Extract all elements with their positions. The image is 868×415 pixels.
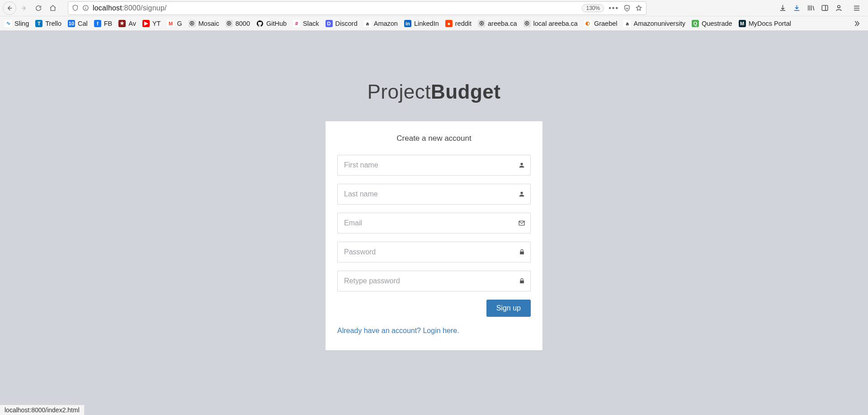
last-name-field-wrap (337, 184, 531, 205)
bookmark-favicon: ★ (118, 20, 126, 27)
bookmark-favicon: 10 (68, 20, 75, 27)
bookmark-label: Discord (335, 20, 358, 27)
bookmark-favicon: a (623, 20, 631, 27)
bookmark-item[interactable]: aAmazon (364, 20, 398, 27)
bookmark-favicon: ⦿ (226, 20, 233, 27)
bookmark-item[interactable]: ▶YT (142, 20, 161, 27)
mail-icon (518, 219, 525, 227)
bookmark-label: Sling (14, 20, 29, 27)
login-link[interactable]: Already have an account? Login here. (337, 327, 459, 334)
bookmark-item[interactable]: ⦿areeba.ca (478, 20, 517, 27)
bookmark-label: areeba.ca (488, 20, 517, 27)
last-name-input[interactable] (337, 184, 531, 205)
sidebar-icon[interactable] (821, 4, 829, 12)
lock-icon (519, 278, 525, 285)
bookmarks-bar: ∿SlingTTrello10CalfFB★Av▶YTMG⦿Mosaic⦿800… (0, 16, 868, 31)
card-title: Create a new account (337, 134, 531, 143)
save-to-pocket-icon[interactable] (779, 4, 787, 12)
bookmark-item[interactable]: aAmazonuniversity (623, 20, 685, 27)
bookmark-item[interactable]: MMyDocs Portal (739, 20, 791, 27)
bookmark-item[interactable]: DDiscord (326, 20, 358, 27)
bookmark-favicon: # (293, 20, 300, 27)
bookmark-favicon: M (167, 20, 174, 27)
bookmark-item[interactable]: ◐Graebel (584, 20, 618, 27)
bookmark-favicon: ∿ (5, 20, 12, 27)
account-icon[interactable] (835, 4, 843, 12)
zoom-badge[interactable]: 130% (582, 4, 604, 12)
forward-button[interactable] (17, 1, 31, 15)
bookmark-favicon: ◐ (584, 20, 591, 27)
toolbar-right (774, 4, 865, 12)
info-icon[interactable] (82, 5, 89, 11)
bookmark-item[interactable]: TTrello (35, 20, 61, 27)
reload-button[interactable] (32, 1, 45, 15)
bookmark-label: Amazonuniversity (633, 20, 685, 27)
bookmark-favicon: M (739, 20, 746, 27)
bookmark-label: local areeba.ca (533, 20, 578, 27)
svg-rect-3 (822, 5, 828, 10)
home-icon (49, 5, 57, 12)
bookmark-favicon: ⦿ (189, 20, 196, 27)
bookmark-item[interactable]: ●reddit (445, 20, 472, 27)
password-field-wrap (337, 242, 531, 262)
status-bar: localhost:8000/index2.html (0, 405, 85, 415)
bookmark-item[interactable]: QQuestrade (692, 20, 732, 27)
form-actions: Sign up (337, 300, 531, 317)
bookmark-item[interactable]: ⦿8000 (226, 20, 250, 27)
svg-rect-2 (85, 8, 86, 10)
url-text: localhost:8000/signup/ (93, 4, 578, 12)
browser-chrome: localhost:8000/signup/ 130% ••• (0, 0, 868, 31)
user-icon (518, 162, 525, 169)
svg-rect-8 (520, 281, 524, 283)
bookmark-favicon: ⦿ (524, 20, 531, 27)
bookmarks-overflow-icon[interactable] (850, 19, 863, 28)
bookmark-item[interactable]: fFB (94, 20, 113, 27)
signup-card: Create a new account (326, 121, 542, 350)
bookmark-label: LinkedIn (414, 20, 439, 27)
bookmark-favicon: D (326, 20, 333, 27)
bookmark-item[interactable]: 10Cal (68, 20, 88, 27)
bookmark-item[interactable]: inLinkedIn (404, 20, 439, 27)
bookmark-label: 8000 (236, 20, 250, 27)
password-input[interactable] (337, 242, 531, 262)
bookmark-item[interactable]: ★Av (118, 20, 136, 27)
meatballs-icon[interactable]: ••• (609, 4, 619, 12)
bookmark-favicon: ● (445, 20, 453, 27)
bookmark-favicon: in (404, 20, 411, 27)
address-bar[interactable]: localhost:8000/signup/ 130% ••• (68, 1, 646, 15)
star-icon[interactable] (635, 5, 642, 12)
bookmark-label: MyDocs Portal (749, 20, 791, 27)
bookmark-item[interactable]: GitHub (256, 20, 287, 27)
back-button[interactable] (3, 1, 16, 15)
signup-button[interactable]: Sign up (486, 300, 531, 317)
arrow-right-icon (20, 5, 28, 12)
arrow-left-icon (6, 5, 13, 12)
bookmark-item[interactable]: MG (167, 20, 182, 27)
library-icon[interactable] (807, 4, 815, 12)
home-button[interactable] (46, 1, 60, 15)
retype-password-field-wrap (337, 271, 531, 291)
bookmark-label: YT (152, 20, 161, 27)
retype-password-input[interactable] (337, 271, 531, 291)
bookmark-item[interactable]: #Slack (293, 20, 319, 27)
bookmark-label: Mosaic (198, 20, 219, 27)
bookmark-favicon (256, 20, 264, 27)
first-name-input[interactable] (337, 155, 531, 176)
bookmark-favicon: ▶ (142, 20, 150, 27)
hamburger-menu-icon[interactable] (853, 4, 861, 12)
bookmark-label: Graebel (594, 20, 618, 27)
shield-icon (72, 5, 79, 11)
bookmark-favicon: f (94, 20, 101, 27)
email-field-wrap (337, 213, 531, 234)
login-link-row: Already have an account? Login here. (337, 327, 531, 335)
email-input[interactable] (337, 213, 531, 234)
bookmark-item[interactable]: ⦿Mosaic (189, 20, 219, 27)
lock-icon (519, 249, 525, 256)
bookmark-item[interactable]: ∿Sling (5, 20, 29, 27)
bookmark-item[interactable]: ⦿local areeba.ca (524, 20, 578, 27)
pocket-icon[interactable] (623, 5, 631, 12)
downloads-icon[interactable] (793, 4, 801, 12)
reload-icon (35, 5, 42, 12)
nav-toolbar: localhost:8000/signup/ 130% ••• (0, 0, 868, 16)
first-name-field-wrap (337, 155, 531, 176)
